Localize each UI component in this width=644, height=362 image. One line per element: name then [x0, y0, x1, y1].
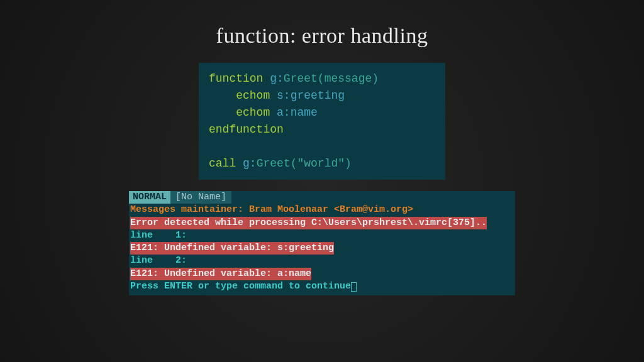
line-number-1: line 1: [129, 229, 515, 242]
string-literal: "world" [297, 157, 345, 170]
code-line-6: call g:Greet("world") [209, 155, 435, 172]
var-greeting: greeting [291, 89, 345, 102]
error-2: E121: Undefined variable: a:name [130, 268, 311, 280]
error-1-line: E121: Undefined variable: s:greeting [129, 242, 515, 255]
keyword-echom: echom [209, 89, 270, 102]
scope-a: a: [270, 106, 290, 119]
code-line-3: echom a:name [209, 104, 435, 121]
var-name: name [291, 106, 318, 119]
keyword-echom: echom [209, 106, 270, 119]
scope-g: g: [236, 157, 256, 170]
file-name: [No Name] [170, 191, 231, 204]
keyword-function: function [209, 72, 263, 85]
function-name: Greet [284, 72, 318, 85]
argument: message [325, 72, 372, 85]
slide-title: function: error handling [0, 0, 644, 48]
terminal-output: NORMAL [No Name] Messages maintainer: Br… [129, 191, 515, 295]
error-2-line: E121: Undefined variable: a:name [129, 268, 515, 280]
code-line-4: endfunction [209, 121, 435, 138]
messages-maintainer: Messages maintainer: Bram Moolenaar <Bra… [129, 204, 515, 216]
paren-close: ) [345, 157, 352, 170]
scope-s: s: [270, 89, 290, 102]
line-number-2: line 2: [129, 255, 515, 267]
error-1: E121: Undefined variable: s:greeting [130, 242, 334, 255]
code-line-2: echom s:greeting [209, 87, 435, 104]
press-enter-line: Press ENTER or type command to continue [129, 280, 515, 293]
paren-close: ) [372, 72, 379, 85]
press-enter-text: Press ENTER or type command to continue [130, 281, 351, 292]
error-header: Error detected while processing C:\Users… [130, 217, 487, 229]
scope-g: g: [263, 72, 283, 85]
blank-line [209, 140, 216, 153]
code-line-5 [209, 138, 435, 155]
keyword-endfunction: endfunction [209, 123, 284, 136]
mode-badge: NORMAL [129, 191, 170, 204]
code-block: function g:Greet(message) echom s:greeti… [199, 63, 445, 180]
paren-open: ( [318, 72, 325, 85]
cursor-icon [351, 282, 357, 292]
function-name: Greet [257, 157, 291, 170]
keyword-call: call [209, 157, 236, 170]
status-line: NORMAL [No Name] [129, 191, 515, 204]
paren-open: ( [291, 157, 297, 170]
error-header-line: Error detected while processing C:\Users… [129, 217, 515, 229]
code-line-1: function g:Greet(message) [209, 70, 435, 87]
